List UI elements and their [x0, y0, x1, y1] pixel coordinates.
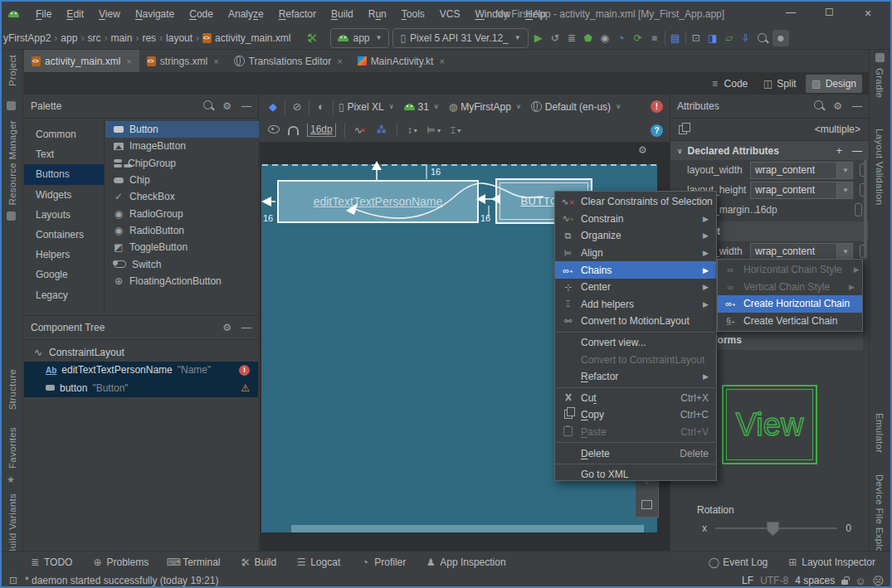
pack-icon[interactable]: ↕▾: [406, 124, 419, 137]
avatar[interactable]: ☻: [773, 30, 789, 46]
minimize-panel-icon[interactable]: —: [241, 100, 251, 112]
menu-file[interactable]: File: [29, 5, 58, 23]
close-tab-icon[interactable]: ×: [337, 56, 342, 66]
tab-translations-editor[interactable]: Translations Editor ×: [227, 50, 350, 72]
orientation-icon[interactable]: ⊘: [290, 100, 304, 114]
mode-code-button[interactable]: ≡ Code: [704, 75, 754, 93]
profile-button[interactable]: ◉: [598, 32, 612, 45]
category-buttons[interactable]: Buttons: [24, 164, 104, 184]
menu-organize[interactable]: ⧉Organize▶: [555, 227, 716, 245]
toolbar-app-inspection[interactable]: ♟App Inspection: [426, 556, 505, 569]
toolbar-build[interactable]: ⚒Build: [241, 556, 277, 569]
add-attribute-button[interactable]: +: [836, 144, 842, 157]
breadcrumb-file[interactable]: activity_main.xml: [215, 32, 290, 44]
avd-manager-icon[interactable]: ◨: [706, 32, 719, 45]
tool-window-layout-validation[interactable]: Layout Validation: [875, 129, 885, 207]
sad-face-icon[interactable]: ☹: [872, 575, 884, 587]
attributes-scrollbar[interactable]: [864, 159, 867, 259]
encoding-indicator[interactable]: UTF-8: [760, 575, 788, 586]
run-config-select[interactable]: app ▼: [330, 28, 389, 48]
mode-design-button[interactable]: ▨ Design: [806, 75, 862, 93]
palette-item-checkbox[interactable]: ✓CheckBox: [105, 188, 259, 205]
tool-window-favorites[interactable]: Favorites: [7, 427, 17, 471]
remove-attribute-button[interactable]: —: [852, 145, 862, 157]
palette-item-fab[interactable]: ⊕FloatingActionButton: [105, 273, 259, 289]
menu-navigate[interactable]: Navigate: [129, 5, 181, 23]
layout-inspector-icon[interactable]: ▱: [723, 32, 736, 45]
toolbar-logcat[interactable]: ☰Logcat: [296, 556, 340, 569]
menu-copy[interactable]: CopyCtrl+C: [555, 406, 716, 424]
palette-item-togglebutton[interactable]: ◩ToggleButton: [105, 239, 259, 255]
slider-handle[interactable]: [767, 522, 779, 536]
run-button[interactable]: ▶: [532, 32, 545, 45]
menu-constrain[interactable]: ∿+Constrain▶: [555, 211, 716, 228]
search-everywhere-icon[interactable]: [756, 32, 769, 45]
gear-icon[interactable]: ⚙: [222, 100, 232, 112]
menu-convert-motionlayout[interactable]: ⚯Convert to MotionLayout: [555, 313, 716, 330]
toolbar-todo[interactable]: ≣TODO: [30, 556, 72, 569]
debug-button[interactable]: ⬟: [582, 32, 595, 45]
close-tab-icon[interactable]: ×: [439, 56, 444, 66]
pin-indicator[interactable]: [855, 203, 862, 216]
tree-item-button[interactable]: button "Button" ⚠: [24, 379, 258, 397]
menu-refactor[interactable]: Refactor▶: [555, 368, 716, 386]
breadcrumb-main[interactable]: main: [110, 32, 132, 44]
align-icon[interactable]: ⊨▾: [427, 124, 441, 137]
minimize-panel-icon[interactable]: —: [241, 322, 251, 333]
theme-picker[interactable]: ◍MyFirstApp∨: [449, 101, 521, 113]
tool-window-gradle[interactable]: Gradle: [875, 68, 885, 100]
menu-delete[interactable]: DeleteDelete: [555, 445, 716, 462]
breadcrumb-app[interactable]: app: [61, 32, 77, 44]
menu-refactor[interactable]: Refactor: [272, 5, 323, 23]
category-common[interactable]: Common: [24, 124, 104, 144]
line-ending-indicator[interactable]: LF: [742, 575, 753, 586]
category-containers[interactable]: Containers: [24, 225, 104, 245]
menu-vcs[interactable]: VCS: [433, 5, 467, 23]
category-text[interactable]: Text: [24, 144, 104, 164]
palette-item-radiogroup[interactable]: ◉RadioGroup: [105, 205, 259, 221]
menu-edit[interactable]: Edit: [60, 5, 90, 23]
attr-value-dropdown[interactable]: wrap_content ▼: [750, 162, 853, 179]
view-options-icon[interactable]: [268, 124, 280, 136]
maximize-button[interactable]: ☐: [825, 7, 834, 18]
tool-window-emulator[interactable]: Emulator: [875, 413, 885, 455]
menu-center[interactable]: ⊹Center▶: [555, 279, 716, 296]
minimize-panel-icon[interactable]: —: [852, 100, 862, 112]
help-icon[interactable]: ?: [651, 124, 663, 137]
sdk-manager-icon[interactable]: ⇩: [739, 32, 753, 45]
close-tab-icon[interactable]: ×: [213, 56, 218, 66]
tool-window-project[interactable]: Project: [7, 55, 17, 89]
palette-item-button[interactable]: Button: [105, 121, 259, 138]
palette-item-switch[interactable]: Switch: [105, 255, 259, 272]
stop-button[interactable]: ■: [648, 32, 661, 45]
api-picker[interactable]: 31∨: [404, 101, 439, 113]
attr-value-dropdown[interactable]: wrap_content ▼: [750, 243, 853, 260]
toolbar-event-log[interactable]: ◯Event Log: [709, 556, 768, 569]
gear-icon[interactable]: ⚙: [222, 322, 232, 333]
toolbar-profiler[interactable]: ◔Profiler: [360, 556, 406, 569]
canvas-edittext[interactable]: editTextTextPersonName: [277, 180, 479, 223]
menu-convert-view[interactable]: Convert view...: [555, 334, 716, 352]
category-google[interactable]: Google: [24, 265, 104, 284]
tree-item-constraintlayout[interactable]: ∿ ConstraintLayout: [24, 343, 258, 362]
attr-value[interactable]: 16dp: [750, 204, 848, 216]
menu-view[interactable]: View: [92, 5, 127, 23]
palette-item-radiobutton[interactable]: ◉RadioButton: [105, 222, 259, 239]
horizontal-scrollbar[interactable]: [291, 525, 644, 532]
build-hammer-icon[interactable]: ⚒: [305, 32, 319, 45]
device-manager-icon[interactable]: ⊡: [690, 32, 703, 45]
indent-indicator[interactable]: 4 spaces: [795, 575, 835, 586]
rotation-slider[interactable]: [715, 527, 837, 529]
tool-window-resource-manager[interactable]: Resource Manager: [7, 120, 17, 208]
tool-window-structure[interactable]: Structure: [7, 369, 17, 412]
submenu-create-vertical-chain[interactable]: §+Create Vertical Chain: [718, 313, 862, 330]
submenu-create-horizontal-chain[interactable]: ∞+Create Horizontal Chain: [718, 295, 862, 313]
breadcrumb-project[interactable]: yFirstApp2: [3, 32, 51, 44]
breadcrumb-res[interactable]: res: [142, 32, 156, 44]
breadcrumb-layout[interactable]: layout: [166, 32, 193, 44]
attr-value-dropdown[interactable]: wrap_content ▼: [750, 182, 853, 199]
restart-activity-icon[interactable]: ↺: [548, 32, 562, 45]
run-tasks-icon[interactable]: ≣: [565, 32, 578, 45]
toolbar-terminal[interactable]: ⌨Terminal: [168, 556, 220, 569]
palette-item-imagebutton[interactable]: ImageButton: [105, 138, 259, 154]
